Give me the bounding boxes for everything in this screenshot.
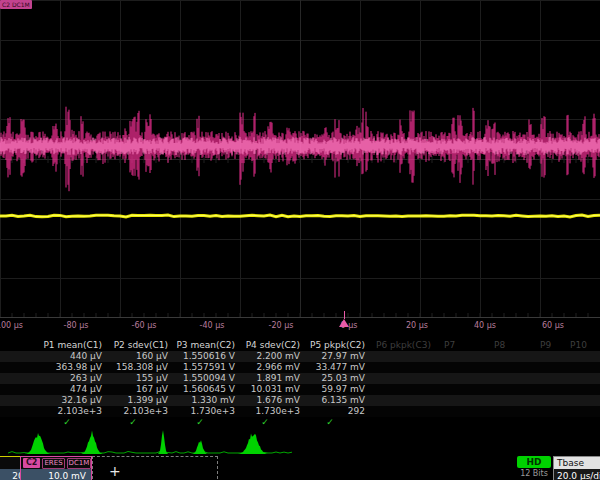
measurement-histicons [0, 428, 600, 455]
measurement-value: 292 [261, 406, 365, 417]
measurement-header-disabled[interactable]: P8 [494, 340, 505, 351]
measurement-value: 25.03 mV [261, 373, 365, 384]
measurement-row: 263 µV155 µV1.550094 V1.891 mV25.03 mV [0, 373, 600, 384]
plus-icon: + [109, 463, 121, 479]
hd-badge: HD [517, 456, 551, 468]
waveform-traces [0, 0, 600, 318]
measurement-header-disabled[interactable]: P10 [570, 340, 587, 351]
time-axis-label: -40 µs [200, 321, 225, 330]
trace-annotation-badge[interactable]: C2 DC1M [0, 0, 32, 9]
status-check-icon: ✓ [196, 417, 204, 428]
waveform-display-area[interactable]: C2 DC1M [0, 0, 600, 318]
measurement-row: 363.98 µV158.308 µV1.557591 V2.966 mV33.… [0, 362, 600, 373]
measurement-value: 33.477 mV [261, 362, 365, 373]
measurement-value: 6.135 mV [261, 395, 365, 406]
status-check-icon: ✓ [129, 417, 137, 428]
trigger-marker-stem [344, 311, 345, 319]
status-check-icon: ✓ [261, 417, 269, 428]
add-trace-button[interactable]: + [92, 456, 218, 480]
status-check-icon: ✓ [63, 417, 71, 428]
time-axis-label: -60 µs [132, 321, 157, 330]
time-axis-label: 60 µs [542, 321, 564, 330]
measurement-row: 2.103e+32.103e+31.730e+31.730e+3292 [0, 406, 600, 417]
measurement-table: P1 mean(C1)P2 sdev(C1)P3 mean(C2)P4 sdev… [0, 340, 600, 428]
status-check-icon: ✓ [326, 417, 334, 428]
histicon-strip [0, 428, 600, 455]
hd-mode-indicator[interactable]: HD 12 Bits [517, 456, 551, 480]
c2-channel-badge: C2 [23, 458, 40, 468]
trigger-position-marker-icon[interactable] [339, 319, 349, 327]
tbase-label: Tbase [554, 457, 600, 469]
time-axis-label: 40 µs [474, 321, 496, 330]
measurement-header-disabled[interactable]: P9 [540, 340, 551, 351]
measurement-row: 32.16 µV1.399 µV1.330 mV1.676 mV6.135 mV [0, 395, 600, 406]
time-axis-label: 20 µs [406, 321, 428, 330]
timebase-descriptor-box[interactable]: Tbase 20.0 µs/div [553, 456, 600, 480]
measurement-row: 474 µV167 µV1.560645 V10.031 mV59.97 mV [0, 384, 600, 395]
measurement-header-disabled[interactable]: P7 [444, 340, 455, 351]
c2-descriptor-box[interactable]: C2 ERES DC1M 10.0 mV [20, 456, 92, 480]
measurement-header-row: P1 mean(C1)P2 sdev(C1)P3 mean(C2)P4 sdev… [0, 340, 600, 351]
bottom-toolbar: DC1M 20.0 mV C2 ERES DC1M 10.0 mV + HD 1… [0, 455, 600, 480]
oscilloscope-screen: C2 DC1M -100 µs-80 µs-60 µs-40 µs-20 µs0… [0, 0, 600, 480]
measurement-header[interactable]: P5 pkpk(C2) [261, 340, 365, 351]
measurement-value: 27.97 mV [261, 351, 365, 362]
measurement-header-disabled[interactable]: P6 pkpk(C3) [376, 340, 431, 351]
c2-scale-value: 10.0 mV [21, 469, 91, 480]
measurement-row: 440 µV160 µV1.550616 V2.200 mV27.97 mV [0, 351, 600, 362]
hd-bits-label: 12 Bits [517, 468, 551, 480]
measurement-status-row: ✓✓✓✓✓ [0, 417, 600, 428]
c2-coupling-chip: DC1M [67, 458, 92, 469]
time-axis: -100 µs-80 µs-60 µs-40 µs-20 µs0 µs20 µs… [0, 318, 600, 336]
c2-eres-chip: ERES [42, 458, 64, 469]
time-axis-label: -100 µs [0, 321, 23, 330]
time-axis-label: -20 µs [269, 321, 294, 330]
time-axis-label: -80 µs [64, 321, 89, 330]
measurement-value: 59.97 mV [261, 384, 365, 395]
tbase-value: 20.0 µs/div [554, 469, 600, 480]
